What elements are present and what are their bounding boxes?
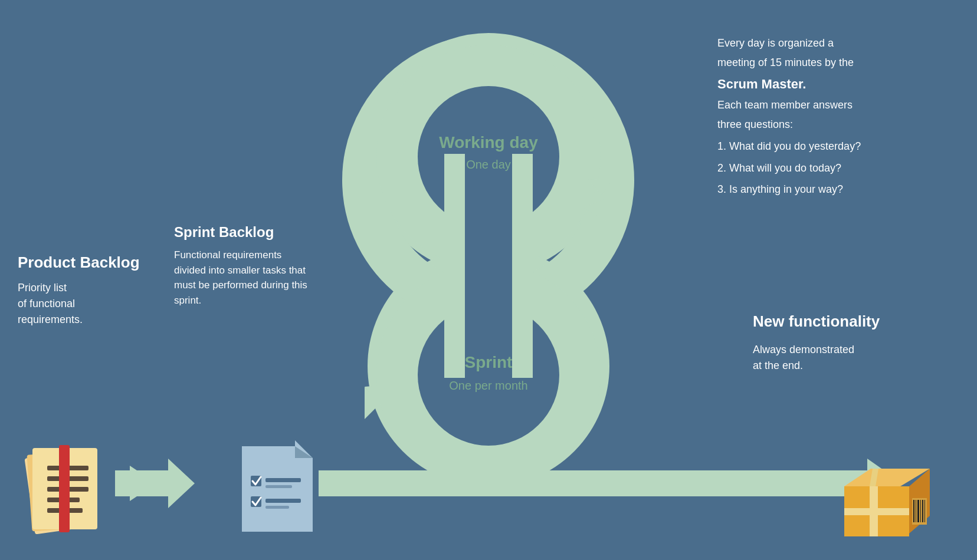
svg-rect-34 <box>59 445 70 532</box>
top-right-line2: meeting of 15 minutes by the <box>717 55 930 71</box>
scrum-master-text: Scrum Master. <box>717 74 930 94</box>
svg-rect-38 <box>265 478 301 482</box>
product-backlog-icon <box>15 436 115 539</box>
svg-rect-51 <box>916 500 916 522</box>
question-3: 3. Is anything in your way? <box>717 180 930 199</box>
product-backlog-desc: Priority listof functionalrequirements. <box>18 280 136 328</box>
svg-rect-42 <box>265 506 289 509</box>
question-2: 2. What will you do today? <box>717 159 930 177</box>
svg-text:One per month: One per month <box>449 379 527 392</box>
svg-marker-36 <box>295 446 313 458</box>
top-right-line1: Every day is organized a <box>717 35 930 51</box>
svg-rect-53 <box>920 500 921 522</box>
sprint-backlog-icon <box>236 440 319 538</box>
top-right-line4: Each team member answers <box>717 97 930 113</box>
svg-rect-39 <box>265 485 292 488</box>
svg-rect-50 <box>913 500 914 522</box>
svg-text:One day: One day <box>466 158 511 171</box>
svg-rect-54 <box>922 500 923 522</box>
svg-rect-13 <box>465 154 512 378</box>
svg-text:Working day: Working day <box>439 133 538 151</box>
svg-marker-24 <box>115 459 195 508</box>
question-1: 1. What did you do yesterday? <box>717 137 930 156</box>
sprint-backlog-desc: Functional requirements divided into sma… <box>174 248 310 308</box>
svg-text:Sprint: Sprint <box>465 353 513 371</box>
new-functionality-desc: Always demonstratedat the end. <box>753 342 930 374</box>
svg-rect-47 <box>844 508 909 515</box>
top-right-line5: three questions: <box>717 117 930 133</box>
questions-block: 1. What did you do yesterday? 2. What wi… <box>717 137 930 199</box>
svg-rect-52 <box>917 500 919 522</box>
product-backlog-title: Product Backlog <box>18 253 140 272</box>
new-functionality-icon <box>835 442 936 542</box>
svg-marker-25 <box>319 459 903 508</box>
main-container: Every day is organized a meeting of 15 m… <box>0 0 977 560</box>
horizontal-arrows <box>0 424 977 542</box>
sprint-backlog-title: Sprint Backlog <box>174 224 274 241</box>
svg-rect-55 <box>924 500 925 522</box>
new-functionality-title: New functionality <box>753 312 930 331</box>
top-right-description: Every day is organized a meeting of 15 m… <box>717 35 930 202</box>
svg-rect-41 <box>265 499 301 503</box>
